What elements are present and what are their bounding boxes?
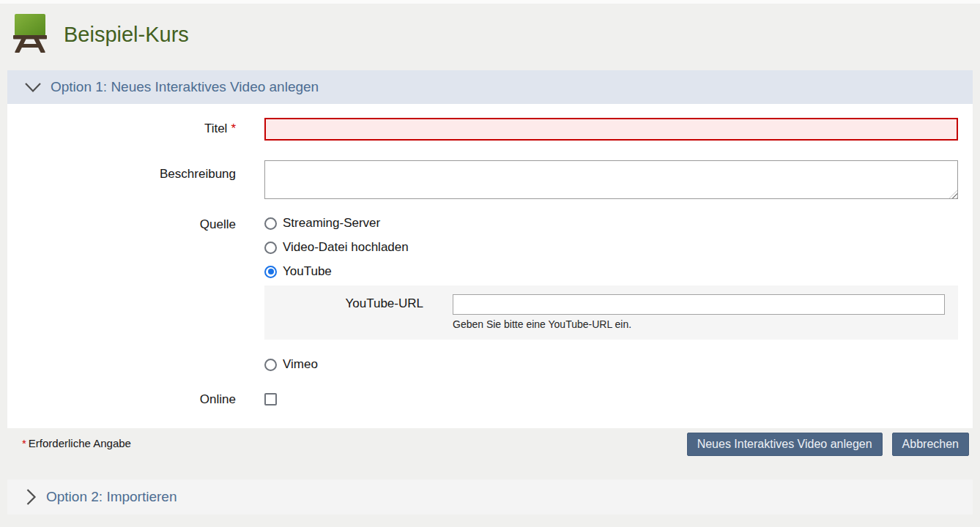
form-footer: *Erforderliche Angabe Neues Interaktives… [7,428,973,479]
create-video-form: Titel* Beschreibung Quelle Streaming-Ser… [7,104,973,428]
online-label: Online [7,392,236,407]
radio-unselected-icon[interactable] [264,242,277,254]
option2-section-header[interactable]: Option 2: Importieren [7,479,973,515]
radio-unselected-icon[interactable] [264,359,277,371]
radio-option-vimeo[interactable]: Vimeo [264,357,318,372]
submit-button[interactable]: Neues Interaktives Video anlegen [687,433,883,456]
option1-section-title: Option 1: Neues Interaktives Video anleg… [51,79,319,95]
radio-selected-icon[interactable] [264,266,277,278]
option1-panel: Option 1: Neues Interaktives Video anleg… [7,70,973,428]
required-note: *Erforderliche Angabe [22,437,131,449]
radio-option-youtube[interactable]: YouTube [264,264,332,279]
radio-option-streaming-server[interactable]: Streaming-Server [264,216,380,231]
option2-section-title: Option 2: Importieren [46,489,177,505]
option1-section-header[interactable]: Option 1: Neues Interaktives Video anleg… [7,70,973,104]
youtube-url-label: YouTube-URL [264,296,423,311]
title-label: Titel* [7,122,236,136]
page-title: Beispiel-Kurs [64,23,189,47]
app-header: Beispiel-Kurs [0,4,980,70]
course-easel-icon [12,13,48,53]
radio-unselected-icon[interactable] [264,217,277,230]
title-input[interactable] [264,118,958,141]
radio-option-video-upload[interactable]: Video-Datei hochladen [264,240,409,255]
required-asterisk: * [22,437,26,449]
description-label: Beschreibung [7,167,236,182]
youtube-url-input[interactable] [453,294,945,315]
cancel-button[interactable]: Abbrechen [892,433,969,456]
form-actions: Neues Interaktives Video anlegen Abbrech… [687,433,969,456]
chevron-down-icon [24,82,42,93]
required-asterisk: * [231,122,236,135]
chevron-right-icon [26,488,37,506]
youtube-url-subpanel: YouTube-URL Geben Sie bitte eine YouTube… [264,285,958,340]
online-checkbox[interactable] [264,393,277,405]
youtube-url-hint: Geben Sie bitte eine YouTube-URL ein. [453,318,631,330]
source-label: Quelle [7,217,236,232]
description-textarea[interactable] [264,160,958,199]
